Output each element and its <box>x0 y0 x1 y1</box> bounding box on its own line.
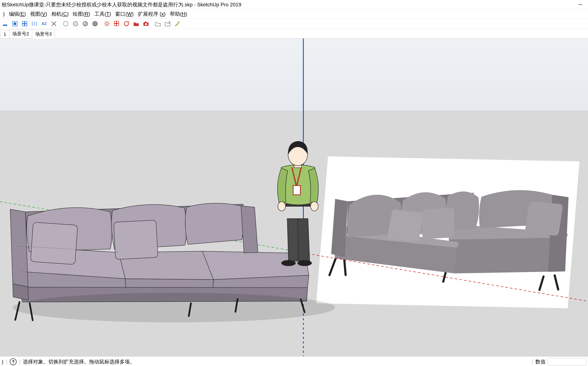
menu-bar: ) 编辑(E) 视图(V) 相机(C) 绘图(R) 工具(T) 窗口(W) 扩展… <box>0 9 588 18</box>
scene-tabs: 1 场景号2 场景号3 <box>0 29 588 38</box>
svg-rect-45 <box>114 220 158 259</box>
svg-point-51 <box>13 293 335 322</box>
tool-folder-red[interactable] <box>132 19 140 28</box>
status-bar: ) | ? | 选择对象。切换到扩充选择。拖动鼠标选择多项。 | 数值 <box>0 356 588 366</box>
status-divider: | <box>6 359 7 365</box>
status-hint: 选择对象。切换到扩充选择。拖动鼠标选择多项。 <box>23 358 135 365</box>
tool-sun-red[interactable] <box>103 19 111 28</box>
tool-dimension[interactable] <box>30 19 39 28</box>
scene-tab-2[interactable]: 场景号2 <box>9 29 32 38</box>
status-divider: | <box>532 359 533 365</box>
svg-point-16 <box>83 21 87 26</box>
title-bar: 校SketchUp微课堂-只要您未经少校授权或少校本人获取的视频文件都是盗用行为… <box>0 0 588 9</box>
svg-rect-28 <box>114 21 116 23</box>
tool-open[interactable] <box>154 19 162 28</box>
tool-monochrome[interactable] <box>91 19 99 28</box>
toolbar: AZ <box>0 18 588 29</box>
tool-shaded[interactable] <box>81 19 89 28</box>
tool-hiddenline[interactable] <box>71 19 80 28</box>
tool-grid[interactable] <box>20 19 29 28</box>
tool-ring-red[interactable] <box>122 19 131 28</box>
svg-point-52 <box>281 260 296 266</box>
svg-rect-30 <box>114 24 116 26</box>
svg-line-25 <box>108 25 109 26</box>
menu-edit[interactable]: 编辑(E) <box>7 10 28 18</box>
viewport-3d[interactable] <box>0 38 588 356</box>
help-icon[interactable]: ? <box>10 358 16 365</box>
scale-figure[interactable] <box>278 141 318 266</box>
status-divider: | <box>19 359 20 365</box>
svg-point-53 <box>297 260 312 266</box>
svg-point-56 <box>310 202 318 211</box>
svg-rect-1 <box>3 25 7 26</box>
vcb-label: 数值 <box>535 358 546 365</box>
window-title: 校SketchUp微课堂-只要您未经少校授权或少校本人获取的视频文件都是盗用行为… <box>2 1 574 8</box>
tool-wireframe[interactable] <box>62 19 70 28</box>
tool-axis[interactable] <box>50 19 58 28</box>
toolbar-separator <box>151 20 152 28</box>
tool-components[interactable] <box>11 19 19 28</box>
menu-draw[interactable]: 绘图(R) <box>71 10 92 18</box>
menu-camera[interactable]: 相机(C) <box>49 10 71 18</box>
svg-line-24 <box>105 22 106 23</box>
svg-point-19 <box>106 23 108 25</box>
tool-draw-blue[interactable] <box>1 19 9 28</box>
svg-rect-57 <box>293 185 300 195</box>
svg-line-26 <box>108 22 109 23</box>
svg-rect-44 <box>31 222 78 265</box>
toolbar-separator <box>59 20 60 28</box>
svg-rect-5 <box>25 21 27 23</box>
svg-rect-35 <box>145 22 146 23</box>
minimize-button[interactable] <box>574 0 586 9</box>
scene-overlay <box>0 38 588 356</box>
svg-point-34 <box>145 23 147 25</box>
measurements-input[interactable] <box>548 358 586 366</box>
scene-tab-3[interactable]: 场景号3 <box>32 30 55 38</box>
svg-text:AZ: AZ <box>42 22 47 26</box>
svg-rect-4 <box>22 21 24 23</box>
scene-tab-1[interactable]: 1 <box>0 30 9 38</box>
axis-red <box>303 253 588 301</box>
svg-line-27 <box>105 25 106 26</box>
status-truncated: ) <box>2 359 3 365</box>
menu-truncated: ) <box>1 10 7 18</box>
menu-tools[interactable]: 工具(T) <box>92 10 113 18</box>
svg-point-15 <box>73 21 78 26</box>
menu-extensions[interactable]: 扩展程序 (x) <box>136 10 168 18</box>
tool-paintbrush[interactable] <box>173 19 182 28</box>
svg-point-18 <box>93 21 97 26</box>
tool-grid-red[interactable] <box>112 19 121 28</box>
tool-export[interactable] <box>163 19 172 28</box>
svg-rect-3 <box>14 23 16 25</box>
tool-camera-red[interactable] <box>142 19 150 28</box>
menu-window[interactable]: 窗口(W) <box>113 10 136 18</box>
svg-rect-31 <box>117 24 119 26</box>
svg-point-17 <box>84 22 85 23</box>
tool-text[interactable]: AZ <box>40 19 48 28</box>
svg-rect-7 <box>25 24 27 26</box>
svg-rect-6 <box>22 24 24 26</box>
svg-point-55 <box>278 202 286 211</box>
toolbar-separator <box>101 20 101 28</box>
svg-point-14 <box>64 21 68 26</box>
menu-view[interactable]: 视图(V) <box>28 10 49 18</box>
svg-rect-29 <box>117 21 119 23</box>
menu-help[interactable]: 帮助(H) <box>168 10 189 18</box>
